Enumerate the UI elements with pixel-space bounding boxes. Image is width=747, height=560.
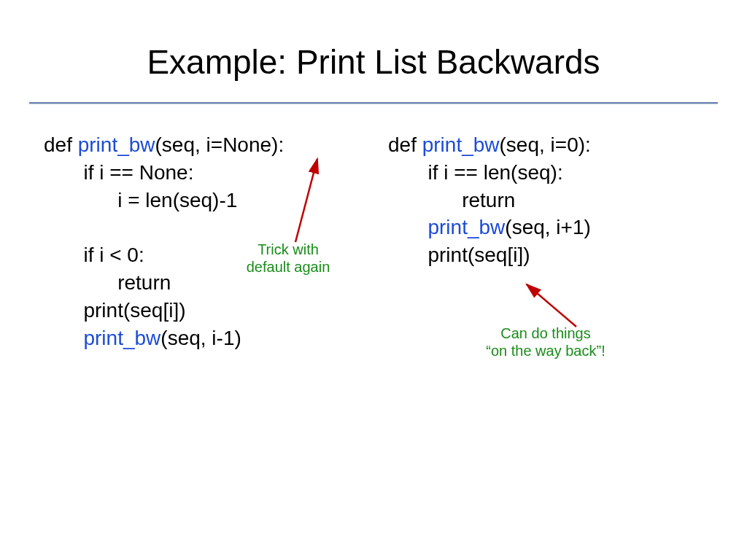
slide: Example: Print List Backwards def print_… xyxy=(0,0,747,560)
svg-line-1 xyxy=(527,284,576,327)
annotation-way-back: Can do things “on the way back”! xyxy=(473,324,619,359)
arrow-icon xyxy=(0,0,747,560)
annotation-text: “on the way back”! xyxy=(486,343,605,359)
annotation-text: Can do things xyxy=(500,325,590,341)
